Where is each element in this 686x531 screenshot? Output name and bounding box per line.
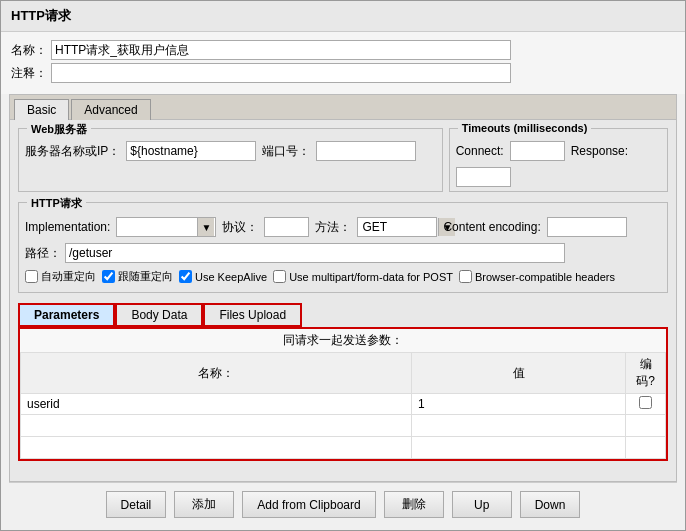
- checkbox-follow-redirect[interactable]: 跟随重定向: [102, 269, 173, 284]
- protocol-input[interactable]: [264, 217, 309, 237]
- name-label: 名称：: [11, 42, 47, 59]
- checkbox-browser-headers[interactable]: Browser-compatible headers: [459, 270, 615, 283]
- col-name-header: 名称：: [21, 353, 412, 394]
- method-value: GET: [358, 220, 438, 234]
- encoding-input[interactable]: [547, 217, 627, 237]
- impl-arrow-icon: ▼: [197, 218, 214, 236]
- dialog-container: HTTP请求 名称： 注释： Basic Advanced Web服务器 服务器: [0, 0, 686, 531]
- params-table: 名称： 值 编码? userid 1: [20, 352, 666, 459]
- http-request-legend: HTTP请求: [27, 196, 86, 211]
- footer-buttons: Detail 添加 Add from Clipboard 删除 Up Down: [9, 482, 677, 522]
- col-value-header: 值: [412, 353, 626, 394]
- path-row: 路径：: [25, 243, 661, 263]
- add-clipboard-button[interactable]: Add from Clipboard: [242, 491, 375, 518]
- port-input[interactable]: [316, 141, 416, 161]
- inner-tab-body-data[interactable]: Body Data: [115, 303, 203, 327]
- table-row[interactable]: userid 1: [21, 394, 666, 415]
- port-label: 端口号：: [262, 143, 310, 160]
- dialog-title: HTTP请求: [1, 1, 685, 32]
- comment-input[interactable]: [51, 63, 511, 83]
- up-button[interactable]: Up: [452, 491, 512, 518]
- add-button[interactable]: 添加: [174, 491, 234, 518]
- row-value[interactable]: 1: [412, 394, 626, 415]
- tab-basic[interactable]: Basic: [14, 99, 69, 120]
- web-server-legend: Web服务器: [27, 122, 91, 137]
- down-button[interactable]: Down: [520, 491, 581, 518]
- col-encoding-header: 编码?: [626, 353, 666, 394]
- web-server-section: Web服务器 服务器名称或IP： 端口号：: [18, 128, 443, 192]
- table-empty-row-2: [21, 437, 666, 459]
- checkbox-auto-redirect[interactable]: 自动重定向: [25, 269, 96, 284]
- encoding-label: Content encoding:: [443, 220, 540, 234]
- path-input[interactable]: [65, 243, 565, 263]
- timeouts-legend: Timeouts (milliseconds): [458, 122, 592, 134]
- timeouts-section: Timeouts (milliseconds) Connect: Respons…: [449, 128, 668, 192]
- method-dropdown[interactable]: GET ▼: [357, 217, 437, 237]
- inner-tab-files-upload[interactable]: Files Upload: [203, 303, 302, 327]
- protocol-label: 协议：: [222, 219, 258, 236]
- tab-advanced[interactable]: Advanced: [71, 99, 150, 120]
- checkbox-keepalive[interactable]: Use KeepAlive: [179, 270, 267, 283]
- checkboxes-row: 自动重定向 跟随重定向 Use KeepAlive Use multipart/…: [25, 269, 661, 284]
- tab-content-basic: Web服务器 服务器名称或IP： 端口号： Timeouts (millisec…: [10, 120, 676, 481]
- comment-label: 注释：: [11, 65, 47, 82]
- params-table-container: 同请求一起发送参数： 名称： 值 编码? userid: [18, 327, 668, 461]
- http-request-section: HTTP请求 Implementation: ▼ 协议： 方法： GET ▼: [18, 202, 668, 293]
- method-label: 方法：: [315, 219, 351, 236]
- checkbox-auto-redirect-input[interactable]: [25, 270, 38, 283]
- encoding-checkbox[interactable]: [639, 396, 652, 409]
- params-table-title: 同请求一起发送参数：: [20, 329, 666, 352]
- response-input[interactable]: [456, 167, 511, 187]
- impl-label: Implementation:: [25, 220, 110, 234]
- row-encoding[interactable]: [626, 394, 666, 415]
- checkbox-follow-redirect-input[interactable]: [102, 270, 115, 283]
- impl-dropdown[interactable]: ▼: [116, 217, 216, 237]
- path-label: 路径：: [25, 245, 61, 262]
- row-name[interactable]: userid: [21, 394, 412, 415]
- table-empty-row-1: [21, 415, 666, 437]
- checkbox-browser-headers-input[interactable]: [459, 270, 472, 283]
- checkbox-multipart[interactable]: Use multipart/form-data for POST: [273, 270, 453, 283]
- connect-input[interactable]: [510, 141, 565, 161]
- checkbox-keepalive-input[interactable]: [179, 270, 192, 283]
- response-label: Response:: [571, 144, 628, 158]
- server-input[interactable]: [126, 141, 256, 161]
- connect-label: Connect:: [456, 144, 504, 158]
- detail-button[interactable]: Detail: [106, 491, 167, 518]
- checkbox-multipart-input[interactable]: [273, 270, 286, 283]
- server-label: 服务器名称或IP：: [25, 143, 120, 160]
- inner-tabs-header: Parameters Body Data Files Upload: [18, 303, 668, 327]
- name-input[interactable]: [51, 40, 511, 60]
- delete-button[interactable]: 删除: [384, 491, 444, 518]
- tabs-header: Basic Advanced: [10, 95, 676, 120]
- inner-tab-parameters[interactable]: Parameters: [18, 303, 115, 327]
